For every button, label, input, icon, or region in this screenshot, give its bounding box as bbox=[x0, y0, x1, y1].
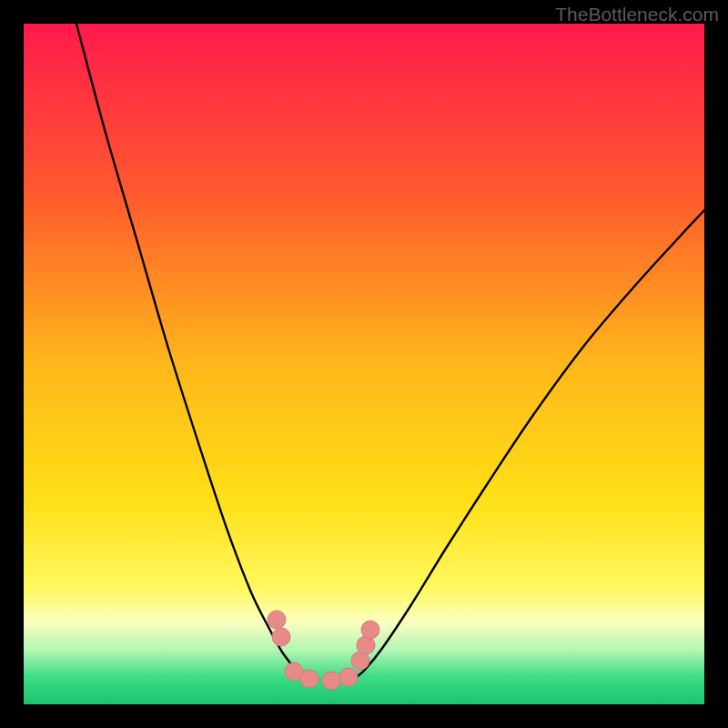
chart-svg bbox=[24, 24, 704, 704]
marker-dot bbox=[300, 670, 318, 688]
watermark-text: TheBottleneck.com bbox=[555, 4, 719, 25]
plot-area bbox=[24, 24, 704, 704]
marker-dot bbox=[361, 621, 379, 639]
marker-dot bbox=[268, 611, 286, 629]
marker-dot bbox=[339, 668, 358, 686]
marker-dot bbox=[272, 628, 290, 646]
chart-frame: TheBottleneck.com bbox=[0, 0, 728, 728]
gradient-background bbox=[24, 24, 704, 704]
marker-dot bbox=[322, 672, 340, 690]
